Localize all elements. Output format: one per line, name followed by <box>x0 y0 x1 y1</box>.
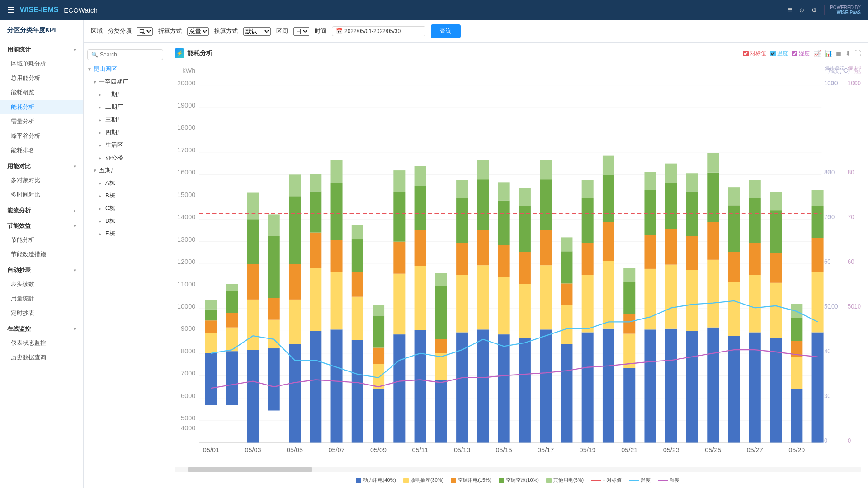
legend-target-line: ···对标值 <box>591 477 622 483</box>
category-select[interactable]: 电 水 气 <box>137 27 153 36</box>
legend-aircon-label: 空调用电(15%) <box>458 477 491 483</box>
tree-node-bldgC[interactable]: ▸ C栋 <box>84 202 167 215</box>
sidebar-item-total-energy[interactable]: 总用能分析 <box>0 71 83 85</box>
menu-icon[interactable]: ☰ <box>7 5 14 15</box>
svg-rect-79 <box>331 160 343 183</box>
sidebar-item-history-query[interactable]: 历史数据查询 <box>0 350 83 365</box>
humid-checkbox[interactable] <box>792 51 797 56</box>
sidebar-item-multi-time[interactable]: 多时间对比 <box>0 188 83 202</box>
bar-chart-icon[interactable]: 📊 <box>825 50 832 57</box>
tree-node-bldgD[interactable]: ▸ D栋 <box>84 215 167 227</box>
legend-temp-check[interactable]: 温度 <box>770 50 788 57</box>
sidebar-item-demand-analysis[interactable]: 需量分析 <box>0 114 83 129</box>
svg-rect-57 <box>247 264 259 300</box>
section-energy-stats: 用能统计 ▾ 区域单耗分析 总用能分析 能耗概览 能耗分析 需量分析 峰平谷分析… <box>0 41 83 158</box>
table-icon[interactable]: ▦ <box>836 50 842 57</box>
tree-node-1to4[interactable]: ▼ 一至四期厂 <box>84 75 167 88</box>
svg-rect-102 <box>435 339 447 353</box>
search-box[interactable]: 🔍 <box>87 49 163 60</box>
sidebar-item-saving-measures[interactable]: 节能改造措施 <box>0 247 83 262</box>
svg-text:6000: 6000 <box>181 391 195 399</box>
tree-node-phase5[interactable]: ▼ 五期厂 <box>84 164 167 177</box>
tree-node-office[interactable]: ▸ 办公楼 <box>84 151 167 164</box>
category-select-wrapper[interactable]: 电 水 气 <box>137 27 153 36</box>
tree-node-label-phase4: 四期厂 <box>105 128 123 136</box>
sidebar-item-scheduled-meter[interactable]: 定时抄表 <box>0 306 83 320</box>
svg-rect-111 <box>477 265 489 329</box>
user-icon[interactable]: ⊙ <box>799 7 804 14</box>
expand-icon[interactable]: ⛶ <box>854 50 861 57</box>
tree-node-phase3[interactable]: ▸ 三期厂 <box>84 113 167 126</box>
time-input-wrapper[interactable]: 📅 <box>332 26 425 36</box>
tree-node-living[interactable]: ▸ 生活区 <box>84 139 167 151</box>
sidebar-item-area-unit[interactable]: 区域单耗分析 <box>0 56 83 71</box>
svg-text:12000: 12000 <box>177 258 195 266</box>
svg-rect-142 <box>603 222 614 261</box>
sidebar-item-usage-stats[interactable]: 用量统計 <box>0 291 83 306</box>
search-input[interactable] <box>100 52 167 58</box>
svg-rect-148 <box>623 282 635 314</box>
svg-text:05/05: 05/05 <box>287 446 303 454</box>
settings-icon[interactable]: ⚙ <box>811 7 817 14</box>
tree-node-bldgB[interactable]: ▸ B栋 <box>84 189 167 202</box>
chevron-online-monitor: ▾ <box>74 327 76 332</box>
legend-target-check[interactable]: 对标值 <box>743 50 766 57</box>
svg-text:05/29: 05/29 <box>788 446 805 454</box>
chart-scrollbar[interactable] <box>175 467 861 472</box>
group-header-energy-saving[interactable]: 节能效益 ▾ <box>0 217 83 233</box>
group-header-energy-compare[interactable]: 用能对比 ▾ <box>0 158 83 173</box>
chart-svg: kWh 20000 19000 18000 17000 16000 15000 … <box>175 60 861 465</box>
legend-humid-check[interactable]: 湿度 <box>792 50 810 57</box>
svg-text:湿度(%): 湿度(%) <box>848 65 861 71</box>
sidebar-item-meter-reading[interactable]: 表头读数 <box>0 277 83 291</box>
sidebar-item-energy-ranking[interactable]: 能耗排名 <box>0 143 83 158</box>
query-button[interactable]: 查询 <box>431 24 461 38</box>
sidebar-item-saving-analysis[interactable]: 节能分析 <box>0 233 83 247</box>
svg-text:20000: 20000 <box>177 79 195 87</box>
temp-checkbox[interactable] <box>770 51 776 56</box>
interval-select[interactable]: 日 月 年 <box>293 27 309 36</box>
legend-power-color <box>356 478 361 483</box>
tree-node-bldgA[interactable]: ▸ A栋 <box>84 177 167 189</box>
target-checkbox[interactable] <box>743 51 749 56</box>
list-icon[interactable]: ≡ <box>788 6 792 14</box>
tree-toggle-kunshan: ▼ <box>87 67 94 72</box>
tree-node-bldgE[interactable]: ▸ E栋 <box>84 227 167 240</box>
legend-temp-line-label: 温度 <box>641 477 651 483</box>
svg-rect-149 <box>623 268 635 282</box>
sidebar-item-meter-status[interactable]: 仪表状态监控 <box>0 336 83 350</box>
chart-body: kWh 20000 19000 18000 17000 16000 15000 … <box>175 60 861 465</box>
svg-text:温度(°C): 温度(°C) <box>825 65 844 71</box>
svg-rect-85 <box>373 389 384 443</box>
download-icon[interactable]: ⬇ <box>845 50 851 57</box>
tree-node-label-bldgA: A栋 <box>105 179 115 187</box>
svg-rect-157 <box>665 229 677 265</box>
tree-node-phase4[interactable]: ▸ 四期厂 <box>84 126 167 139</box>
group-header-auto-meter[interactable]: 自动抄表 ▾ <box>0 262 83 277</box>
group-header-energy-flow[interactable]: 能流分析 ▸ <box>0 202 83 217</box>
svg-rect-173 <box>728 205 740 252</box>
tree-node-kunshan[interactable]: ▼ 昆山园区 <box>84 63 167 75</box>
calc-select-wrapper[interactable]: 总量 均量 <box>187 27 209 36</box>
tree-node-phase1[interactable]: ▸ 一期厂 <box>84 88 167 101</box>
sidebar-item-multi-object[interactable]: 多对象对比 <box>0 173 83 188</box>
sidebar-item-peak-valley[interactable]: 峰平谷分析 <box>0 129 83 143</box>
calc-select[interactable]: 总量 均量 <box>187 27 209 36</box>
convert-select-wrapper[interactable]: 默认 标准煤 <box>243 27 271 36</box>
svg-rect-55 <box>247 350 259 442</box>
group-header-energy-stats[interactable]: 用能统计 ▾ <box>0 41 83 56</box>
time-input[interactable] <box>344 28 421 34</box>
sidebar-item-energy-analysis[interactable]: 能耗分析 <box>0 100 83 114</box>
app-name: ECOWatch <box>64 6 97 14</box>
line-chart-icon[interactable]: 📈 <box>813 50 821 57</box>
convert-select[interactable]: 默认 标准煤 <box>243 27 271 36</box>
svg-text:0: 0 <box>848 437 851 444</box>
sidebar-item-energy-overview[interactable]: 能耗概览 <box>0 85 83 100</box>
section-energy-flow: 能流分析 ▸ <box>0 202 83 217</box>
svg-rect-166 <box>707 260 719 328</box>
scrollbar-thumb[interactable] <box>188 467 311 472</box>
tree-node-phase2[interactable]: ▸ 二期厂 <box>84 101 167 113</box>
svg-rect-179 <box>749 180 761 198</box>
interval-select-wrapper[interactable]: 日 月 年 <box>293 27 309 36</box>
group-header-online-monitor[interactable]: 在线监控 ▾ <box>0 320 83 336</box>
